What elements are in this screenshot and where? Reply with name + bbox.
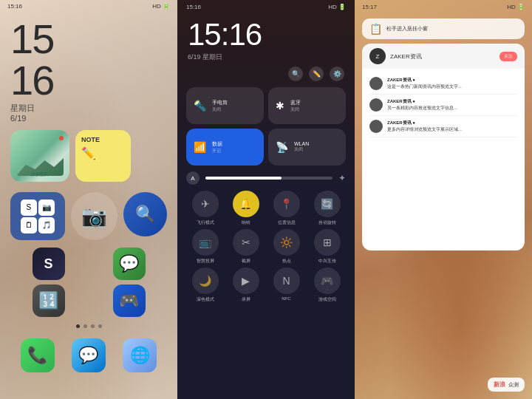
home-status-time: 15:16 bbox=[7, 3, 22, 10]
gamespace-icon: 🎮 bbox=[314, 267, 341, 294]
cc-toggle-flashlight[interactable]: 🔦 手电筒 关闭 bbox=[186, 87, 264, 124]
app-wrap-shopee[interactable]: S bbox=[10, 248, 86, 280]
sw-status-time: 15:17 bbox=[362, 4, 377, 10]
cc-toggle-data[interactable]: 📶 数据 开启 bbox=[186, 129, 264, 166]
bell-icon: 🔔 bbox=[233, 191, 259, 217]
share-label: 中兴互传 bbox=[318, 258, 336, 265]
cc-status-bar: 15:16 HD 🔋 bbox=[177, 0, 355, 14]
sw-status-icons: HD 🔋 bbox=[507, 4, 525, 10]
card-post-2[interactable]: ZAKER资讯 ● 另一条精彩内容推送预览文字信息... bbox=[369, 95, 517, 116]
post-name-3: ZAKER资讯 ● bbox=[387, 120, 462, 126]
folder-app-3: 🗒 bbox=[21, 217, 37, 233]
folder-app-1: S bbox=[21, 200, 37, 216]
cc-time-display: 15:16 bbox=[177, 14, 355, 52]
brand-sub-text: 众测 bbox=[508, 381, 519, 389]
star-icon: ✦ bbox=[338, 173, 346, 183]
screenshot-label: 截屏 bbox=[242, 258, 250, 265]
post-text-1: 这是一条热门新闻资讯内容预览文字... bbox=[387, 83, 462, 89]
card-post-1[interactable]: ZAKER资讯 ● 这是一条热门新闻资讯内容预览文字... bbox=[369, 73, 517, 95]
toggle-flashlight-info: 手电筒 关闭 bbox=[212, 99, 228, 113]
quick-btn-hotspot[interactable]: 🔆 热点 bbox=[267, 229, 305, 265]
gesture-text: 松手进入悬挂小窗 bbox=[386, 25, 428, 33]
page-dot-2 bbox=[83, 324, 87, 328]
quick-btn-cast[interactable]: 📺 智慧投屏 bbox=[186, 229, 224, 265]
app-icon-calc: 🔢 bbox=[33, 284, 65, 317]
cast-icon: 📺 bbox=[192, 229, 219, 256]
cc-toggle-wlan[interactable]: 📡 WLAN 关闭 bbox=[268, 129, 346, 166]
folder-app-2: 📷 bbox=[38, 200, 55, 216]
cc-settings-icon[interactable]: ⚙️ bbox=[330, 66, 344, 81]
cc-brightness-control: A ✦ bbox=[177, 168, 355, 188]
quick-btn-bell[interactable]: 🔔 响铃 bbox=[227, 191, 265, 226]
quick-btn-gamespace[interactable]: 🎮 游戏空间 bbox=[308, 267, 346, 303]
sina-众测-brand: 新浪 众测 bbox=[488, 378, 525, 392]
control-center-panel: 15:16 HD 🔋 15:16 6/19 星期日 🔍 ✏️ ⚙️ 🔦 手电筒 … bbox=[177, 0, 355, 399]
photo-dot bbox=[59, 136, 64, 140]
post-avatar-3 bbox=[369, 120, 383, 133]
cc-quick-grid: ✈ 飞行模式 🔔 响铃 📍 位置信息 🔄 自动旋转 📺 智慧投屏 ✂ 截屏 🔆 … bbox=[177, 188, 355, 306]
rotate-label: 自动旋转 bbox=[318, 219, 336, 226]
post-body-2: ZAKER资讯 ● 另一条精彩内容推送预览文字信息... bbox=[387, 98, 457, 112]
card-app-title: ZAKER资讯 bbox=[390, 52, 495, 61]
post-body-3: ZAKER资讯 ● 更多内容详情浏览预览文字展示区域... bbox=[387, 120, 462, 133]
app-folder[interactable]: S 📷 🗒 🎵 bbox=[10, 192, 65, 240]
card-post-3[interactable]: ZAKER资讯 ● 更多内容详情浏览预览文字展示区域... bbox=[369, 116, 517, 137]
quick-btn-location[interactable]: 📍 位置信息 bbox=[267, 191, 305, 226]
cc-date-display: 6/19 星期日 bbox=[177, 52, 355, 66]
share-icon: ⊞ bbox=[314, 229, 341, 256]
cc-toggle-grid: 🔦 手电筒 关闭 ✱ 蓝牙 关闭 📶 数据 开启 📡 WLAN 关闭 bbox=[177, 84, 355, 168]
folder-grid: S 📷 🗒 🎵 bbox=[18, 197, 58, 236]
screenrecord-label: 录屏 bbox=[242, 296, 250, 303]
dock-phone-app[interactable]: 📞 bbox=[21, 338, 55, 372]
app-switcher-panel: 15:17 HD 🔋 📋 松手进入悬挂小窗 Z ZAKER资讯 关注 ZAKER… bbox=[355, 0, 532, 399]
app-card-zaker[interactable]: Z ZAKER资讯 关注 ZAKER资讯 ● 这是一条热门新闻资讯内容预览文字.… bbox=[362, 44, 525, 250]
bell-label: 响铃 bbox=[242, 219, 250, 226]
cc-search-icon[interactable]: 🔍 bbox=[288, 66, 303, 81]
camera-widget[interactable]: 📷 bbox=[71, 192, 118, 240]
cc-top-icons: 🔍 ✏️ ⚙️ bbox=[177, 66, 355, 84]
note-widget[interactable]: NOTE ✏️ bbox=[75, 130, 131, 182]
screenrecord-icon: ▶ bbox=[233, 267, 259, 294]
folder-app-4: 🎵 bbox=[38, 217, 55, 233]
wlan-label: WLAN bbox=[294, 141, 309, 146]
toggle-wlan-info: WLAN 关闭 bbox=[294, 141, 309, 153]
dock-messages-app[interactable]: 💬 bbox=[72, 338, 106, 372]
brightness-fill bbox=[205, 177, 282, 180]
toggle-bluetooth-info: 蓝牙 关闭 bbox=[290, 99, 301, 113]
cc-toggle-bluetooth[interactable]: ✱ 蓝牙 关闭 bbox=[268, 87, 346, 124]
post-name-1: ZAKER资讯 ● bbox=[387, 77, 462, 83]
cast-label: 智慧投屏 bbox=[197, 258, 214, 265]
post-avatar-2 bbox=[369, 98, 383, 112]
home-status-bar: 15:16 HD 🔋 bbox=[0, 0, 177, 13]
dock-browser-app[interactable]: 🌐 bbox=[123, 338, 157, 372]
cc-edit-icon[interactable]: ✏️ bbox=[309, 66, 324, 81]
brightness-bar[interactable] bbox=[205, 177, 332, 180]
quick-btn-screenrecord[interactable]: ▶ 录屏 bbox=[227, 267, 265, 303]
card-avatar: Z bbox=[369, 48, 386, 64]
airplane-icon: ✈ bbox=[192, 191, 219, 217]
sw-status-bar: 15:17 HD 🔋 bbox=[355, 0, 532, 14]
card-content: ZAKER资讯 ● 这是一条热门新闻资讯内容预览文字... ZAKER资讯 ● … bbox=[362, 69, 525, 142]
app-wrap-game[interactable]: 🎮 bbox=[91, 284, 167, 317]
quick-btn-share[interactable]: ⊞ 中兴互传 bbox=[308, 229, 346, 265]
photo-widget[interactable]: 添加图片 bbox=[10, 130, 69, 182]
app-icon-shopee: S bbox=[33, 248, 65, 280]
flashlight-sublabel: 关闭 bbox=[212, 106, 228, 113]
gamespace-label: 游戏空间 bbox=[318, 296, 336, 303]
gesture-hint-bar: 📋 松手进入悬挂小窗 bbox=[362, 18, 525, 39]
data-icon: 📶 bbox=[194, 141, 206, 153]
quick-btn-airplane[interactable]: ✈ 飞行模式 bbox=[186, 191, 224, 226]
card-header: Z ZAKER资讯 关注 bbox=[362, 44, 525, 69]
screenshot-icon: ✂ bbox=[233, 229, 259, 256]
data-label: 数据 bbox=[212, 140, 222, 148]
brand-main-text: 新浪 bbox=[494, 381, 505, 389]
app-wrap-calc[interactable]: 🔢 bbox=[10, 284, 86, 317]
search-widget[interactable]: 🔍 bbox=[123, 192, 167, 236]
card-follow-button[interactable]: 关注 bbox=[499, 52, 517, 61]
quick-btn-rotate[interactable]: 🔄 自动旋转 bbox=[308, 191, 346, 226]
quick-btn-nfc[interactable]: N NFC bbox=[267, 267, 305, 303]
app-wrap-wechat[interactable]: 💬 bbox=[91, 248, 167, 280]
quick-btn-screenshot[interactable]: ✂ 截屏 bbox=[227, 229, 265, 265]
darkmode-label: 深色模式 bbox=[197, 296, 214, 303]
quick-btn-darkmode[interactable]: 🌙 深色模式 bbox=[186, 267, 224, 303]
